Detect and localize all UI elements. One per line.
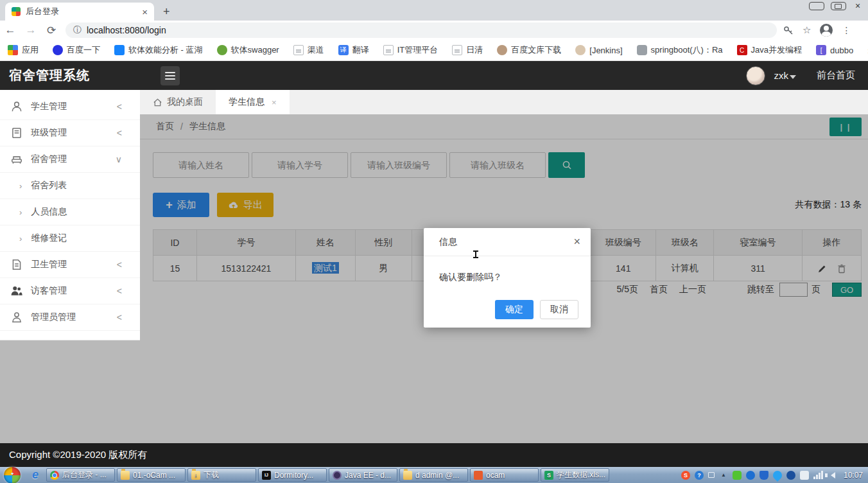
page-icon bbox=[293, 45, 304, 55]
bookmark-baidu[interactable]: 百度一下 bbox=[53, 44, 100, 56]
student-no-filter-input[interactable] bbox=[252, 152, 348, 178]
home-icon bbox=[153, 98, 162, 107]
bluetooth-icon[interactable] bbox=[746, 471, 755, 480]
user-icon bbox=[10, 100, 23, 113]
bookmark-springboot[interactable]: springboot(八)：Ra bbox=[637, 44, 723, 56]
class-name-filter-input[interactable] bbox=[449, 152, 546, 178]
cancel-button[interactable]: 取消 bbox=[540, 300, 578, 319]
sidebar-toggle-button[interactable] bbox=[161, 66, 180, 85]
bookmark-it-platform[interactable]: IT管理平台 bbox=[383, 44, 438, 56]
volume-icon[interactable] bbox=[828, 472, 835, 479]
edit-icon[interactable] bbox=[817, 264, 827, 274]
browser-menu-icon[interactable]: ⋮ bbox=[842, 25, 851, 35]
name-filter-input[interactable] bbox=[153, 152, 249, 178]
sidebar-item-student-mgmt[interactable]: 学生管理 < bbox=[0, 94, 140, 120]
bookmark-riqing[interactable]: 日清 bbox=[452, 44, 483, 56]
drop-icon[interactable] bbox=[771, 469, 784, 482]
bookmark-jenkins[interactable]: [Jenkins] bbox=[575, 45, 622, 55]
breadcrumb-home[interactable]: 首页 bbox=[156, 121, 174, 132]
intellij-icon: IJ bbox=[262, 471, 271, 480]
bookmark-java[interactable]: CJava并发编程 bbox=[737, 44, 802, 56]
sidebar-item-dorm-list[interactable]: › 宿舍列表 bbox=[0, 173, 140, 199]
selected-text: 测试1 bbox=[312, 262, 339, 274]
help-icon[interactable]: ? bbox=[695, 471, 704, 480]
sidebar: 学生管理 < 班级管理 < 宿舍管理 ∨ › 宿舍列表 › 人员信息 › 维 bbox=[0, 90, 140, 340]
tab-my-desktop[interactable]: 我的桌面 bbox=[140, 90, 216, 114]
first-page-link[interactable]: 首页 bbox=[650, 284, 668, 295]
tab-close-icon[interactable]: × bbox=[142, 6, 148, 17]
taskbar-button-eclipse[interactable]: Java EE - d... bbox=[329, 468, 397, 482]
confirm-button[interactable]: 确定 bbox=[495, 300, 534, 319]
username-dropdown[interactable]: zxk bbox=[774, 70, 797, 81]
taskbar-button-chrome[interactable]: 后台登录 - ... bbox=[46, 468, 115, 482]
minimize-icon[interactable] bbox=[809, 2, 824, 10]
bookmark-star-icon[interactable]: ☆ bbox=[803, 24, 811, 36]
back-icon[interactable]: ← bbox=[0, 24, 21, 37]
tray-app-icon[interactable] bbox=[800, 471, 809, 480]
taskbar-button-downloads[interactable]: 下载 bbox=[187, 468, 256, 482]
new-tab-button[interactable]: + bbox=[163, 5, 170, 19]
network-signal-icon[interactable] bbox=[813, 471, 823, 479]
sidebar-item-hygiene-mgmt[interactable]: 卫生管理 < bbox=[0, 252, 140, 278]
site-info-icon[interactable]: ⓘ bbox=[73, 24, 82, 36]
sidebar-item-person-info[interactable]: › 人员信息 bbox=[0, 199, 140, 225]
browser-tab[interactable]: 后台登录 × bbox=[5, 3, 154, 21]
sidebar-item-class-mgmt[interactable]: 班级管理 < bbox=[0, 120, 140, 146]
taskbar-button-ocam[interactable]: ocam bbox=[470, 468, 539, 482]
delete-icon[interactable] bbox=[837, 264, 846, 274]
sidebar-item-admin-mgmt[interactable]: 管理员管理 < bbox=[0, 304, 140, 331]
url-field[interactable]: ⓘ localhost:8080/login bbox=[65, 22, 777, 38]
cell-class-no: 141 bbox=[591, 256, 656, 281]
front-home-link[interactable]: 前台首页 bbox=[817, 69, 855, 82]
table-toolbar: + 添加 导出 共有数据：13 条 bbox=[153, 193, 862, 217]
bookmark-wenku[interactable]: 百度文库下载 bbox=[497, 44, 561, 56]
fold-button[interactable]: | | bbox=[829, 118, 862, 136]
bookmark-translate[interactable]: 译翻译 bbox=[338, 44, 369, 56]
bookmark-swagger[interactable]: 软体swagger bbox=[217, 44, 279, 56]
chevron-left-icon: < bbox=[117, 259, 122, 270]
forward-icon[interactable]: → bbox=[21, 24, 41, 37]
taskbar-clock[interactable]: 10:07 bbox=[844, 471, 863, 480]
prev-page-link[interactable]: 上一页 bbox=[679, 284, 706, 295]
plus-icon: + bbox=[166, 198, 173, 212]
sidebar-item-visitor-mgmt[interactable]: 访客管理 < bbox=[0, 278, 140, 304]
taskbar-button-idea[interactable]: IJDormitory... bbox=[258, 468, 327, 482]
eclipse-icon bbox=[333, 471, 342, 480]
browser-tray-icon[interactable] bbox=[786, 471, 795, 480]
sidebar-item-dorm-mgmt[interactable]: 宿舍管理 ∨ bbox=[0, 146, 140, 173]
profile-avatar-icon[interactable] bbox=[820, 24, 833, 37]
dialog-close-icon[interactable]: × bbox=[573, 235, 580, 249]
start-button[interactable] bbox=[4, 467, 21, 483]
jump-page-input[interactable] bbox=[779, 283, 808, 297]
window-tray-icon[interactable] bbox=[708, 472, 715, 478]
bookmark-qudao[interactable]: 渠道 bbox=[293, 44, 324, 56]
chevron-right-icon: › bbox=[19, 181, 22, 191]
add-button[interactable]: + 添加 bbox=[153, 193, 209, 217]
reload-icon[interactable]: ⟳ bbox=[41, 24, 62, 37]
restore-icon[interactable] bbox=[831, 2, 846, 10]
chevron-right-icon: › bbox=[19, 234, 22, 243]
sogou-icon[interactable]: S bbox=[681, 471, 690, 480]
show-hidden-icons-arrow[interactable]: ▲ bbox=[719, 471, 728, 480]
class-no-filter-input[interactable] bbox=[351, 152, 447, 178]
taskbar-button-xls[interactable]: S学生数据.xls... bbox=[541, 468, 609, 482]
internet-explorer-icon[interactable]: e bbox=[32, 468, 39, 482]
sidebar-item-repair-register[interactable]: › 维修登记 bbox=[0, 225, 140, 252]
wechat-icon[interactable] bbox=[733, 471, 742, 480]
taskbar-button-admin-folder[interactable]: d admin @... bbox=[399, 468, 468, 482]
page-unit-label: 页 bbox=[812, 284, 820, 295]
go-button[interactable]: GO bbox=[832, 283, 862, 297]
window-close-icon[interactable]: × bbox=[853, 2, 863, 10]
security-shield-icon[interactable] bbox=[759, 471, 768, 480]
tab-close-icon[interactable]: × bbox=[272, 98, 277, 107]
tab-student-info[interactable]: 学生信息 × bbox=[216, 90, 290, 114]
bookmark-lanhu[interactable]: 软体效能分析 - 蓝湖 bbox=[114, 44, 203, 56]
key-icon[interactable] bbox=[783, 25, 794, 35]
user-avatar[interactable] bbox=[746, 66, 765, 85]
taskbar-button-ocam-folder[interactable]: 01.-oCam ... bbox=[117, 468, 186, 482]
search-button[interactable] bbox=[548, 152, 585, 178]
bookmark-dubbo[interactable]: [dubbo bbox=[816, 45, 853, 55]
cell-room-no: 311 bbox=[714, 256, 803, 281]
export-button[interactable]: 导出 bbox=[217, 193, 273, 217]
bookmark-apps[interactable]: 应用 bbox=[8, 44, 39, 56]
